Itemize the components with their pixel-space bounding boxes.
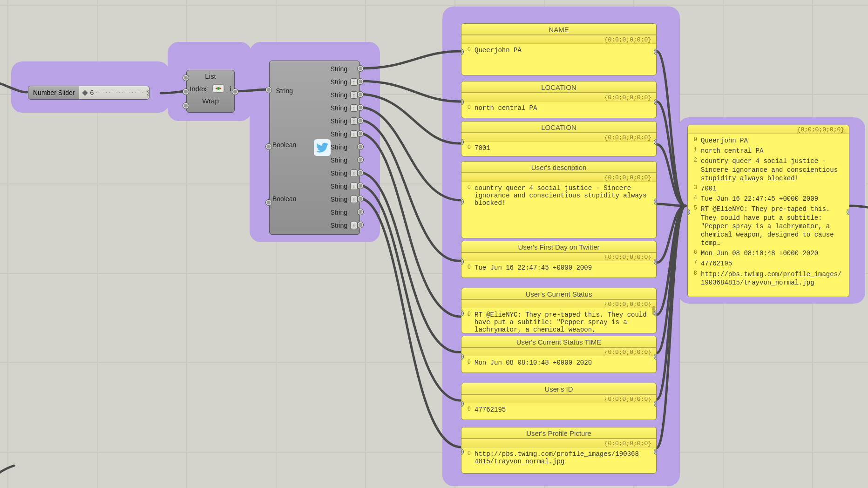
row-idx: 0	[465, 144, 471, 151]
port-out-0[interactable]	[358, 66, 363, 71]
port-out[interactable]	[654, 199, 657, 204]
row-txt: Mon Jun 08 08:10:48 +0000 2020	[475, 359, 652, 366]
out-11: String	[330, 209, 347, 216]
list-item-node[interactable]: List Index i Wrap	[186, 70, 235, 113]
input-boolean2-label: Boolean	[272, 195, 296, 203]
row-idx: 0	[465, 264, 471, 271]
panel-title: NAME	[461, 24, 656, 35]
slider-grip-icon[interactable]	[82, 90, 88, 96]
panel-description[interactable]: User's description {0;0;0;0;0;0} 0countr…	[461, 161, 657, 238]
panel-title: LOCATION	[461, 122, 656, 133]
panel-combined[interactable]: {0;0;0;0;0;0} 0Queerjohn PA 1north centr…	[687, 125, 849, 297]
panel-title: User's Profile Picture	[461, 427, 656, 439]
port-out-3[interactable]	[358, 105, 363, 110]
panel-location[interactable]: LOCATION {0;0;0;0;0;0} 0north central PA	[461, 81, 657, 118]
port-out-7[interactable]	[358, 157, 363, 163]
port-wrap-in[interactable]	[183, 103, 189, 108]
port-out-12[interactable]	[358, 222, 363, 228]
port-out-4[interactable]	[358, 118, 363, 123]
panel-user-id[interactable]: User's ID {0;0;0;0;0;0} 047762195	[461, 383, 657, 420]
arrow-up-icon[interactable]	[350, 196, 358, 203]
arrow-up-icon[interactable]	[350, 130, 358, 138]
row-txt: RT @ElieNYC: They pre-taped this. They c…	[475, 311, 652, 333]
list-label-list: List	[205, 72, 216, 80]
row-txt: Tue Jun 16 22:47:45 +0000 2009	[475, 264, 652, 271]
port-out[interactable]	[654, 259, 657, 264]
port-out-2[interactable]	[358, 92, 363, 97]
port-out[interactable]	[654, 49, 657, 54]
port-list-in[interactable]	[183, 75, 189, 81]
out-1: String	[330, 78, 347, 86]
panel-path: {0;0;0;0;0;0}	[461, 93, 656, 102]
row-idx: 5	[692, 205, 697, 211]
input-boolean1-label: Boolean	[272, 141, 296, 149]
out-10: String	[330, 196, 347, 203]
row-idx: 0	[692, 136, 697, 143]
list-label-wrap: Wrap	[202, 97, 219, 105]
panel-title: LOCATION	[461, 81, 656, 93]
panel-name[interactable]: NAME {0;0;0;0;0;0} 0Queerjohn PA	[461, 23, 657, 75]
row-txt: Mon Jun 08 08:10:48 +0000 2020	[701, 249, 845, 258]
port-out[interactable]	[847, 209, 849, 215]
arrow-up-icon[interactable]	[350, 78, 358, 86]
arrow-up-icon[interactable]	[350, 91, 358, 99]
row-txt: Tue Jun 16 22:47:45 +0000 2009	[701, 195, 845, 203]
out-12: String	[330, 222, 347, 229]
arrow-up-icon[interactable]	[350, 104, 358, 112]
row-txt: RT @ElieNYC: They pre-taped this. They c…	[701, 205, 845, 247]
arrow-up-icon[interactable]	[350, 117, 358, 125]
port-out[interactable]	[654, 139, 657, 145]
out-0: String	[330, 65, 347, 73]
arrow-up-icon[interactable]	[350, 183, 358, 190]
panel-path: {0;0;0;0;0;0}	[688, 125, 849, 134]
port-i-out[interactable]	[232, 89, 238, 95]
port-out[interactable]	[654, 311, 657, 316]
port-out-11[interactable]	[358, 209, 363, 215]
port-out[interactable]	[654, 449, 657, 454]
panel-title: User's Current Status	[461, 288, 656, 300]
row-idx: 4	[692, 195, 697, 201]
panel-first-day[interactable]: User's First Day on Twitter {0;0;0;0;0;0…	[461, 241, 657, 278]
port-bool1-in[interactable]	[266, 144, 271, 149]
port-string-in[interactable]	[266, 87, 271, 93]
port-out-5[interactable]	[358, 131, 363, 136]
panel-current-status[interactable]: User's Current Status {0;0;0;0;0;0} 0RT …	[461, 288, 657, 333]
row-txt: 7001	[475, 144, 652, 152]
port-out-9[interactable]	[358, 183, 363, 189]
panel-path: {0;0;0;0;0;0}	[461, 133, 656, 142]
port-out-10[interactable]	[358, 196, 363, 202]
twitter-component-node[interactable]: String Boolean Boolean String String Str…	[269, 61, 360, 235]
row-idx: 8	[692, 270, 697, 277]
slider-value: 6	[90, 89, 94, 96]
out-2: String	[330, 91, 347, 99]
row-txt: http://pbs.twimg.com/profile_images/1903…	[701, 270, 845, 287]
panel-profile-pic[interactable]: User's Profile Picture {0;0;0;0;0;0} 0ht…	[461, 427, 657, 474]
panel-path: {0;0;0;0;0;0}	[461, 35, 656, 44]
row-idx: 2	[692, 157, 697, 163]
port-out[interactable]	[147, 90, 149, 96]
panel-title: User's ID	[461, 383, 656, 395]
slider-track[interactable]: 6	[79, 86, 149, 99]
row-idx: 0	[465, 311, 471, 318]
port-index-in[interactable]	[183, 89, 189, 95]
port-out-1[interactable]	[358, 79, 363, 84]
out-7: String	[330, 156, 347, 164]
port-out-6[interactable]	[358, 144, 363, 149]
port-bool2-in[interactable]	[266, 200, 271, 205]
panel-title: User's First Day on Twitter	[461, 241, 656, 253]
port-out[interactable]	[654, 354, 657, 359]
number-slider-node[interactable]: Number Slider 6	[28, 86, 149, 100]
panel-status-time[interactable]: User's Current Status TIME {0;0;0;0;0;0}…	[461, 336, 657, 373]
panel-location-2[interactable]: LOCATION {0;0;0;0;0;0} 07001	[461, 121, 657, 156]
port-out[interactable]	[654, 401, 657, 407]
arrow-up-icon[interactable]	[350, 222, 358, 229]
row-txt: http://pbs.twimg.com/profile_images/1903…	[475, 450, 652, 465]
arrow-up-icon[interactable]	[350, 169, 358, 177]
row-idx: 0	[465, 450, 471, 457]
row-txt: 7001	[701, 184, 845, 193]
row-txt: 47762195	[475, 406, 652, 413]
out-3: String	[330, 104, 347, 112]
port-out[interactable]	[654, 99, 657, 105]
port-out-8[interactable]	[358, 170, 363, 176]
row-idx: 0	[465, 47, 471, 53]
